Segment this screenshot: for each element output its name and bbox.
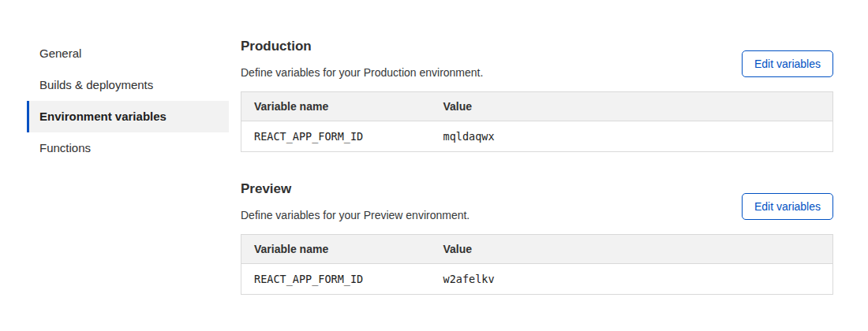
variable-value-cell: w2afelkv (431, 264, 833, 295)
variable-value-cell: mqldaqwx (431, 121, 833, 152)
column-header-value: Value (431, 235, 833, 264)
preview-edit-variables-button[interactable]: Edit variables (742, 193, 833, 220)
table-row: REACT_APP_FORM_ID mqldaqwx (241, 121, 833, 152)
table-header-row: Variable name Value (241, 92, 833, 121)
production-section: Production Define variables for your Pro… (241, 38, 833, 152)
sidebar-item-functions[interactable]: Functions (27, 132, 229, 164)
table-row: REACT_APP_FORM_ID w2afelkv (241, 264, 833, 295)
sidebar-item-builds-deployments[interactable]: Builds & deployments (27, 69, 229, 101)
table-header-row: Variable name Value (241, 235, 833, 264)
environment-variables-panel: Production Define variables for your Pro… (241, 38, 833, 295)
column-header-variable-name: Variable name (241, 235, 431, 264)
variable-name-cell: REACT_APP_FORM_ID (241, 121, 431, 152)
variable-name-cell: REACT_APP_FORM_ID (241, 264, 431, 295)
settings-sidebar: General Builds & deployments Environment… (27, 38, 229, 164)
sidebar-item-general[interactable]: General (27, 38, 229, 69)
production-edit-variables-button[interactable]: Edit variables (742, 50, 833, 77)
column-header-value: Value (431, 92, 833, 121)
preview-section: Preview Define variables for your Previe… (241, 180, 833, 295)
column-header-variable-name: Variable name (241, 92, 431, 121)
production-variables-table: Variable name Value REACT_APP_FORM_ID mq… (241, 91, 833, 152)
preview-variables-table: Variable name Value REACT_APP_FORM_ID w2… (241, 234, 833, 295)
sidebar-item-environment-variables[interactable]: Environment variables (27, 101, 229, 132)
